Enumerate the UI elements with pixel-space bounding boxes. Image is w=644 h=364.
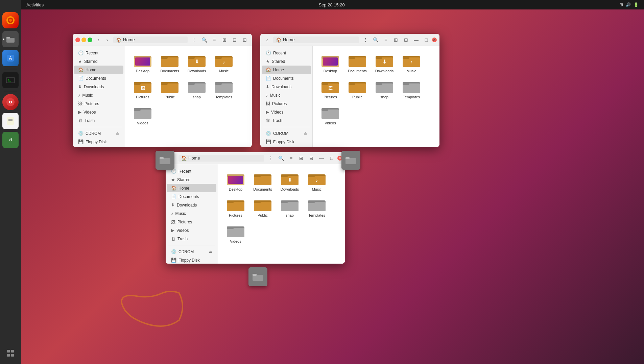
w2-file-snap[interactable]: snap xyxy=(372,77,397,101)
window-2-toggle[interactable]: ⊟ xyxy=(402,35,410,44)
window-2-max[interactable]: □ xyxy=(422,35,431,44)
w2-file-public[interactable]: Public xyxy=(345,77,369,101)
w2-file-videos[interactable]: Videos xyxy=(318,103,342,127)
cdrom-eject-btn[interactable]: ⏏ xyxy=(116,131,119,136)
w3-sidebar-pictures[interactable]: 🖼 Pictures xyxy=(167,218,216,226)
w2-sidebar-videos[interactable]: ▶ Videos xyxy=(262,108,311,116)
volume-icon[interactable]: 🔊 xyxy=(626,2,631,7)
w3-cdrom-eject[interactable]: ⏏ xyxy=(209,249,212,254)
window-3-view-btn[interactable]: ≡ xyxy=(287,154,295,163)
file-item-public[interactable]: Public xyxy=(158,77,182,101)
sidebar-home[interactable]: 🏠 Home xyxy=(74,66,123,74)
window-1-taskbar-overlay[interactable] xyxy=(156,151,174,170)
recycle-taskbar-icon[interactable]: ↺ xyxy=(2,132,19,148)
window-1-menu-btn[interactable]: ⋮ xyxy=(190,35,198,44)
notes-taskbar-icon[interactable] xyxy=(2,113,19,129)
w2-sidebar-home[interactable]: 🏠 Home xyxy=(262,66,311,74)
w3-sidebar-music[interactable]: ♪ Music xyxy=(167,209,216,218)
sidebar-documents[interactable]: 📄 Documents xyxy=(74,74,123,82)
file-item-desktop[interactable]: Desktop xyxy=(130,51,155,75)
w2-file-downloads[interactable]: ⬇ Downloads xyxy=(372,51,397,75)
window-2-menu-btn[interactable]: ⋮ xyxy=(361,35,370,44)
activities-label[interactable]: Activities xyxy=(26,2,44,7)
network-icon[interactable]: ⊞ xyxy=(620,2,623,7)
w3-file-snap[interactable]: snap xyxy=(278,196,302,219)
firefox-taskbar-icon[interactable] xyxy=(2,12,19,28)
w2-sidebar-recent[interactable]: 🕐 Recent xyxy=(262,49,311,57)
sidebar-trash[interactable]: 🗑 Trash xyxy=(74,116,123,125)
file-item-snap[interactable]: snap xyxy=(185,77,209,101)
w2-sidebar-starred[interactable]: ★ Starred xyxy=(262,57,311,66)
window-3-taskbar-overlay[interactable] xyxy=(248,267,267,286)
w3-sidebar-downloads[interactable]: ⬇ Downloads xyxy=(167,201,216,209)
w2-file-documents[interactable]: Documents xyxy=(345,51,369,75)
file-item-templates[interactable]: Templates xyxy=(212,77,236,101)
w3-sidebar-home[interactable]: 🏠 Home xyxy=(167,184,216,192)
w3-file-music[interactable]: ♪ Music xyxy=(305,170,329,193)
window-2-grid-btn[interactable]: ⊞ xyxy=(391,35,400,44)
w3-sidebar-floppy[interactable]: 💾 Floppy Disk xyxy=(167,256,216,264)
w2-file-desktop[interactable]: Desktop xyxy=(318,51,342,75)
w2-file-music[interactable]: ♪ Music xyxy=(399,51,424,75)
window-2-back[interactable]: ‹ xyxy=(263,36,271,44)
window-1-open-new[interactable]: ⊡ xyxy=(240,35,249,44)
files-overlay-2[interactable] xyxy=(341,151,360,170)
window-2-location[interactable]: 🏠 Home xyxy=(273,37,359,43)
file-item-pictures[interactable]: 🖼 Pictures xyxy=(130,77,155,101)
w3-sidebar-documents[interactable]: 📄 Documents xyxy=(167,192,216,201)
window-1-search-btn[interactable]: 🔍 xyxy=(200,35,209,44)
w2-file-templates[interactable]: Templates xyxy=(399,77,424,101)
w3-file-documents[interactable]: Documents xyxy=(251,170,275,193)
window-2-view-btn[interactable]: ≡ xyxy=(381,35,390,44)
w2-sidebar-floppy[interactable]: 💾 Floppy Disk xyxy=(262,138,311,146)
window-1-toggle-sidebar[interactable]: ⊟ xyxy=(230,35,239,44)
sidebar-cdrom[interactable]: 💿 CDROM ⏏ xyxy=(74,129,123,138)
w3-sidebar-cdrom[interactable]: 💿 CDROM ⏏ xyxy=(167,247,216,256)
window-3-min[interactable]: — xyxy=(317,154,326,163)
window-2-min[interactable]: — xyxy=(412,35,421,44)
file-item-documents[interactable]: Documents xyxy=(158,51,182,75)
window-1-location[interactable]: 🏠 Home xyxy=(113,37,188,43)
w2-file-pictures[interactable]: 🖼 Pictures xyxy=(318,77,342,101)
window-3-search-btn[interactable]: 🔍 xyxy=(277,154,285,163)
w3-sidebar-videos[interactable]: ▶ Videos xyxy=(167,226,216,235)
sidebar-videos[interactable]: ▶ Videos xyxy=(74,108,123,116)
window-1-back[interactable]: ‹ xyxy=(94,36,102,44)
window-3-grid-btn[interactable]: ⊞ xyxy=(297,154,306,163)
sidebar-downloads[interactable]: ⬇ Downloads xyxy=(74,82,123,91)
w3-file-templates[interactable]: Templates xyxy=(305,196,329,219)
window-2-taskbar-overlay[interactable] xyxy=(341,151,360,170)
window-3-location[interactable]: 🏠 Home xyxy=(178,155,264,162)
sidebar-floppy[interactable]: 💾 Floppy Disk xyxy=(74,138,123,146)
w3-file-pictures[interactable]: Pictures xyxy=(223,196,248,219)
w2-cdrom-eject[interactable]: ⏏ xyxy=(304,131,307,136)
files-overlay-3[interactable] xyxy=(248,267,267,286)
file-item-music[interactable]: ♪ Music xyxy=(212,51,236,75)
window-2-search-btn[interactable]: 🔍 xyxy=(371,35,380,44)
w2-sidebar-pictures[interactable]: 🖼 Pictures xyxy=(262,99,311,108)
w3-file-videos[interactable]: Videos xyxy=(223,222,248,245)
w3-sidebar-trash[interactable]: 🗑 Trash xyxy=(167,235,216,243)
w2-sidebar-trash[interactable]: 🗑 Trash xyxy=(262,116,311,125)
software-taskbar-icon[interactable]: A xyxy=(2,50,19,66)
files-overlay-1[interactable] xyxy=(156,151,174,170)
window-3-toggle[interactable]: ⊟ xyxy=(307,154,316,163)
w2-sidebar-documents[interactable]: 📄 Documents xyxy=(262,74,311,82)
window-1-view-btn[interactable]: ≡ xyxy=(210,35,219,44)
window-3-menu-btn[interactable]: ⋮ xyxy=(266,154,275,163)
music-taskbar-icon[interactable] xyxy=(2,94,19,110)
terminal-taskbar-icon[interactable]: $_ xyxy=(2,72,19,88)
sidebar-recent[interactable]: 🕐 Recent xyxy=(74,49,123,57)
window-1-forward[interactable]: › xyxy=(103,36,111,44)
window-1-list-btn[interactable]: ⊞ xyxy=(220,35,229,44)
files-taskbar-icon[interactable] xyxy=(2,31,19,47)
app-grid-icon[interactable] xyxy=(2,345,19,361)
window-1-close[interactable] xyxy=(75,38,80,42)
w2-sidebar-downloads[interactable]: ⬇ Downloads xyxy=(262,82,311,91)
w3-sidebar-starred[interactable]: ★ Starred xyxy=(167,175,216,184)
w3-file-public[interactable]: Public xyxy=(251,196,275,219)
file-item-downloads[interactable]: ⬇ Downloads xyxy=(185,51,209,75)
window-1-maximize[interactable] xyxy=(88,38,92,42)
w3-file-downloads[interactable]: ⬇ Downloads xyxy=(278,170,302,193)
window-1-minimize[interactable] xyxy=(81,38,86,42)
